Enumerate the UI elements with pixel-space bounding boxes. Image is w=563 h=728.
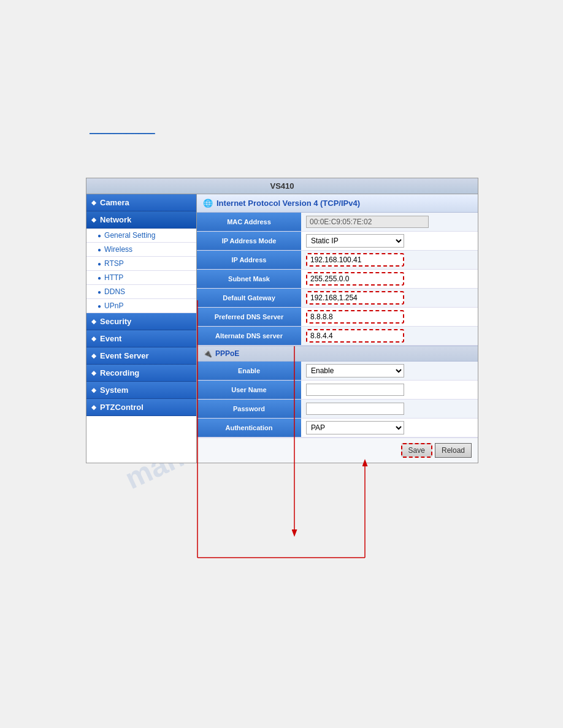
section-title-text: Internet Protocol Version 4 (TCP/IPv4) <box>216 199 360 208</box>
pppoe-auth-select[interactable]: PAP CHAP <box>306 421 404 434</box>
alternate-dns-input[interactable] <box>306 329 404 343</box>
content-area: ◆ Camera ◆ Network ● General Setting ● W… <box>86 194 478 463</box>
mac-address-input <box>306 216 429 228</box>
sub-item-label: UPnP <box>104 301 123 310</box>
sidebar-item-ptzcontrol[interactable]: ◆ PTZControl <box>86 399 196 416</box>
pppoe-username-input[interactable] <box>306 384 404 396</box>
sidebar-sub-item-rtsp[interactable]: ● RTSP <box>86 257 196 271</box>
sidebar-item-event-server[interactable]: ◆ Event Server <box>86 347 196 365</box>
pppoe-enable-row: Enable Enable Disable <box>197 362 478 381</box>
pppoe-auth-label: Authentication <box>197 419 301 437</box>
sub-item-label: Wireless <box>104 245 132 254</box>
ip-mode-select[interactable]: Static IP DHCP <box>306 234 404 248</box>
preferred-dns-label: Preferred DNS Server <box>197 308 301 326</box>
dot-icon: ● <box>98 232 101 239</box>
pppoe-password-label: Password <box>197 400 301 418</box>
panel-title: VS410 <box>86 178 478 194</box>
alternate-dns-row: Alternate DNS server <box>197 327 478 346</box>
sidebar-sub-item-upnp[interactable]: ● UPnP <box>86 299 196 313</box>
sidebar-sub-item-http[interactable]: ● HTTP <box>86 271 196 285</box>
sidebar-item-camera[interactable]: ◆ Camera <box>86 194 196 211</box>
ip-address-row: IP Address <box>197 251 478 270</box>
default-gateway-input[interactable] <box>306 291 404 305</box>
reload-button[interactable]: Reload <box>435 443 472 458</box>
button-row: Save Reload <box>197 438 478 463</box>
preferred-dns-value <box>301 308 478 326</box>
pppoe-username-value <box>301 381 478 398</box>
sidebar-item-label: Recording <box>100 368 139 377</box>
pppoe-password-value <box>301 400 478 417</box>
mac-address-label: MAC Address <box>197 213 301 231</box>
pppoe-username-label: User Name <box>197 381 301 399</box>
ip-mode-row: IP Address Mode Static IP DHCP <box>197 232 478 251</box>
dot-icon: ● <box>98 275 101 281</box>
security-arrow-icon: ◆ <box>91 318 96 325</box>
pppoe-section: 🔌 PPPoE <box>197 346 478 362</box>
ip-address-input[interactable] <box>306 253 404 267</box>
pppoe-username-row: User Name <box>197 381 478 400</box>
sidebar-item-label: PTZControl <box>100 403 144 412</box>
sub-item-label: HTTP <box>104 273 123 282</box>
sidebar-sub-item-ddns[interactable]: ● DDNS <box>86 285 196 299</box>
pppoe-icon: 🔌 <box>203 349 212 358</box>
sidebar-item-label: System <box>100 385 128 395</box>
ip-address-label: IP Address <box>197 251 301 269</box>
sidebar-item-label: Network <box>100 215 131 224</box>
mac-address-row: MAC Address <box>197 213 478 232</box>
network-protocol-icon: 🌐 <box>203 199 213 208</box>
dot-icon: ● <box>98 303 101 309</box>
recording-arrow-icon: ◆ <box>91 370 96 376</box>
pppoe-enable-label: Enable <box>197 362 301 380</box>
section-title: 🌐 Internet Protocol Version 4 (TCP/IPv4) <box>197 194 478 213</box>
alternate-dns-value <box>301 327 478 345</box>
sidebar-item-recording[interactable]: ◆ Recording <box>86 365 196 382</box>
sidebar-item-security[interactable]: ◆ Security <box>86 313 196 330</box>
alternate-dns-label: Alternate DNS server <box>197 327 301 345</box>
ip-address-value <box>301 251 478 269</box>
ptz-arrow-icon: ◆ <box>91 404 96 411</box>
pppoe-auth-row: Authentication PAP CHAP <box>197 419 478 438</box>
ip-mode-value: Static IP DHCP <box>301 232 478 250</box>
sidebar-item-system[interactable]: ◆ System <box>86 382 196 399</box>
default-gateway-value <box>301 289 478 307</box>
sub-item-label: General Setting <box>104 231 155 240</box>
sidebar-item-label: Security <box>100 317 131 326</box>
pppoe-auth-value: PAP CHAP <box>301 419 478 437</box>
system-arrow-icon: ◆ <box>91 387 96 393</box>
sidebar-item-label: Camera <box>100 198 129 207</box>
event-server-arrow-icon: ◆ <box>91 352 96 359</box>
page-wrapper: ________________ manualslib.com VS410 ◆ … <box>0 0 563 728</box>
sidebar-item-label: Event <box>100 334 121 343</box>
sidebar: ◆ Camera ◆ Network ● General Setting ● W… <box>86 194 197 463</box>
sidebar-item-network[interactable]: ◆ Network <box>86 211 196 229</box>
sub-item-label: DDNS <box>104 287 125 296</box>
sidebar-sub-item-general-setting[interactable]: ● General Setting <box>86 229 196 243</box>
sidebar-sub-item-wireless[interactable]: ● Wireless <box>86 243 196 257</box>
pppoe-label: PPPoE <box>215 349 239 358</box>
top-link-text: ________________ <box>90 126 155 134</box>
preferred-dns-input[interactable] <box>306 310 404 324</box>
sidebar-item-event[interactable]: ◆ Event <box>86 330 196 347</box>
pppoe-enable-select[interactable]: Enable Disable <box>306 364 404 377</box>
camera-arrow-icon: ◆ <box>91 199 96 206</box>
mac-address-value <box>301 213 478 230</box>
ip-mode-label: IP Address Mode <box>197 232 301 250</box>
pppoe-password-input[interactable] <box>306 403 404 415</box>
network-arrow-icon: ◆ <box>91 216 96 223</box>
pppoe-enable-value: Enable Disable <box>301 362 478 380</box>
pppoe-password-row: Password <box>197 400 478 419</box>
subnet-mask-label: Subnet Mask <box>197 270 301 288</box>
sidebar-item-label: Event Server <box>100 351 149 360</box>
dot-icon: ● <box>98 246 101 253</box>
top-link[interactable]: ________________ <box>90 126 155 134</box>
dot-icon: ● <box>98 289 101 295</box>
subnet-mask-value <box>301 270 478 288</box>
save-button[interactable]: Save <box>401 443 432 458</box>
subnet-mask-input[interactable] <box>306 272 404 286</box>
subnet-mask-row: Subnet Mask <box>197 270 478 289</box>
main-panel: VS410 ◆ Camera ◆ Network ● General Sett <box>86 178 478 463</box>
main-content: 🌐 Internet Protocol Version 4 (TCP/IPv4)… <box>197 194 478 463</box>
default-gateway-row: Default Gateway <box>197 289 478 308</box>
preferred-dns-row: Preferred DNS Server <box>197 308 478 327</box>
default-gateway-label: Default Gateway <box>197 289 301 307</box>
